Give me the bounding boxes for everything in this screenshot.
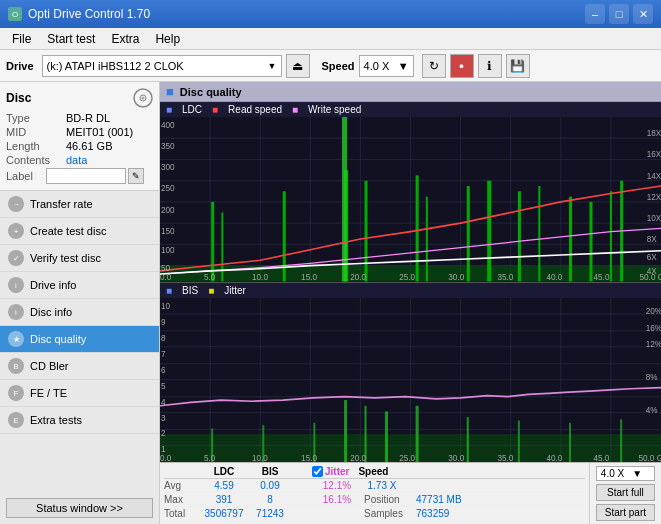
label-input[interactable] [46,168,126,184]
ldc-chart: 18X 16X 14X 12X 10X 8X 6X 4X 400 350 300… [160,117,661,282]
mid-label: MID [6,126,66,138]
svg-point-2 [142,97,145,100]
sidebar-item-create-test-disc[interactable]: + Create test disc [0,218,159,245]
svg-text:35.0: 35.0 [497,272,513,281]
svg-rect-87 [416,405,419,462]
sidebar-item-disc-quality[interactable]: ★ Disc quality [0,326,159,353]
svg-text:10X: 10X [647,213,661,223]
samples-value: 763259 [416,508,449,519]
avg-ldc: 4.59 [202,480,246,491]
legend-writespeed-label: Write speed [308,104,361,115]
close-button[interactable]: ✕ [633,4,653,24]
eject-button[interactable]: ⏏ [286,54,310,78]
svg-text:6: 6 [161,364,166,375]
svg-text:2: 2 [161,428,166,439]
refresh-button[interactable]: ↻ [422,54,446,78]
svg-text:0.0: 0.0 [160,272,172,281]
legend-ldc-label: LDC [182,104,202,115]
svg-text:15.0: 15.0 [301,272,317,281]
svg-rect-86 [385,411,388,462]
jitter-checkbox[interactable] [312,466,323,477]
svg-text:5: 5 [161,380,166,391]
svg-text:15.0: 15.0 [301,452,317,462]
legend-readspeed-label: Read speed [228,104,282,115]
svg-text:30.0: 30.0 [448,452,464,462]
sidebar-label-create-test-disc: Create test disc [30,225,106,237]
menu-start-test[interactable]: Start test [39,30,103,48]
sidebar-item-cd-bler[interactable]: B CD Bler [0,353,159,380]
fe-te-icon: F [8,385,24,401]
drive-label: Drive [6,60,34,72]
svg-text:14X: 14X [647,170,661,180]
contents-value: data [66,154,87,166]
svg-rect-94 [620,419,622,462]
speed-dropdown[interactable]: 4.0 X ▼ [596,466,655,481]
svg-text:35.0: 35.0 [497,452,513,462]
maximize-button[interactable]: □ [609,4,629,24]
sidebar-label-extra-tests: Extra tests [30,414,82,426]
svg-text:16%: 16% [646,322,661,333]
sidebar-label-disc-quality: Disc quality [30,333,86,345]
svg-text:45.0: 45.0 [594,452,610,462]
svg-text:5.0: 5.0 [204,452,216,462]
svg-text:50.0 GB: 50.0 GB [640,272,661,281]
svg-text:20.0: 20.0 [350,272,366,281]
avg-jitter: 12.1% [312,480,362,491]
svg-text:20.0: 20.0 [350,452,366,462]
sidebar-item-extra-tests[interactable]: E Extra tests [0,407,159,434]
svg-text:9: 9 [161,316,166,327]
nav-items: → Transfer rate + Create test disc ✓ Ver… [0,191,159,492]
svg-text:8%: 8% [646,371,658,382]
svg-text:300: 300 [161,162,175,172]
sidebar: Disc Type BD-R DL MID MEIT01 (001) Lengt [0,82,160,524]
svg-text:4: 4 [161,396,166,407]
legend-ldc-color: ■ [166,104,172,115]
svg-text:10: 10 [161,300,170,311]
legend-jitter-color: ■ [208,285,214,296]
max-label: Max [164,494,200,505]
svg-rect-93 [569,422,571,462]
avg-label: Avg [164,480,200,491]
sidebar-label-disc-info: Disc info [30,306,72,318]
sidebar-item-drive-info[interactable]: i Drive info [0,272,159,299]
stats-speed-header: Speed [355,466,391,477]
svg-rect-31 [538,186,540,282]
sidebar-item-transfer-rate[interactable]: → Transfer rate [0,191,159,218]
start-part-button[interactable]: Start part [596,504,655,521]
sidebar-item-disc-info[interactable]: i Disc info [0,299,159,326]
svg-rect-29 [487,181,491,282]
svg-text:100: 100 [161,245,175,255]
minimize-button[interactable]: – [585,4,605,24]
disc-quality-icon: ★ [8,331,24,347]
sidebar-label-drive-info: Drive info [30,279,76,291]
svg-text:3: 3 [161,412,166,423]
menu-extra[interactable]: Extra [103,30,147,48]
info-button[interactable]: ℹ [478,54,502,78]
save-button[interactable]: 💾 [506,54,530,78]
start-full-button[interactable]: Start full [596,484,655,501]
svg-text:50.0 GB: 50.0 GB [639,452,661,462]
title-bar: O Opti Drive Control 1.70 – □ ✕ [0,0,661,28]
stats-bis-header: BIS [248,466,292,477]
position-label: Position [364,494,414,505]
svg-rect-33 [589,202,592,282]
drive-value: (k:) ATAPI iHBS112 2 CLOK [47,60,266,72]
drive-select[interactable]: (k:) ATAPI iHBS112 2 CLOK ▼ [42,55,282,77]
sidebar-item-verify-test-disc[interactable]: ✓ Verify test disc [0,245,159,272]
menu-file[interactable]: File [4,30,39,48]
burn-button[interactable]: ● [450,54,474,78]
svg-text:40.0: 40.0 [546,272,562,281]
status-window-button[interactable]: Status window >> [6,498,153,518]
svg-text:7: 7 [161,348,166,359]
sidebar-label-transfer-rate: Transfer rate [30,198,93,210]
label-edit-button[interactable]: ✎ [128,168,144,184]
sidebar-item-fe-te[interactable]: F FE / TE [0,380,159,407]
svg-rect-27 [426,197,428,282]
legend-bis-label: BIS [182,285,198,296]
length-label: Length [6,140,66,152]
svg-rect-88 [467,417,469,462]
menu-help[interactable]: Help [147,30,188,48]
speed-select[interactable]: 4.0 X ▼ [359,55,414,77]
svg-rect-25 [364,181,367,282]
disc-info-icon: i [8,304,24,320]
